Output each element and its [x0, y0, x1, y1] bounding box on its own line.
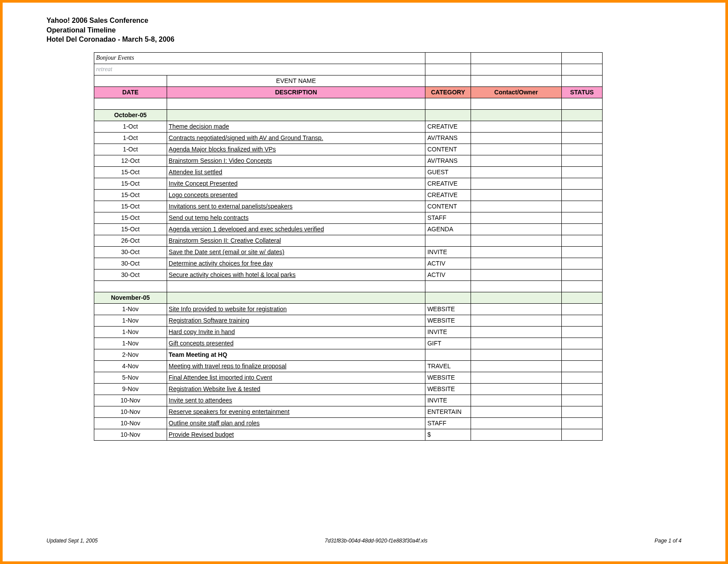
cell-description: Agenda version 1 developed and exec sche… [167, 223, 425, 235]
cell-date: 10-Nov [94, 429, 167, 440]
cell-owner [471, 178, 561, 189]
cell-owner [471, 349, 561, 360]
cell-category: ENTERTAIN [425, 406, 471, 417]
col-header-date: DATE [94, 86, 167, 98]
cell-description: Reserve speakers for evening entertainme… [167, 406, 425, 417]
table-row: 15-OctSend out temp help contractsSTAFF [94, 212, 603, 223]
cell-date: 15-Oct [94, 223, 167, 235]
cell-status [561, 269, 602, 280]
table-row: 1-NovHard copy Invite in handINVITE [94, 326, 603, 338]
table-row: 15-OctInvite Concept PresentedCREATIVE [94, 178, 603, 189]
footer-page: Page 1 of 4 [655, 538, 682, 544]
cell-category: WEBSITE [425, 315, 471, 326]
cell-description: Registration Software training [167, 315, 425, 326]
cell-category: TRAVEL [425, 360, 471, 372]
cell-owner [471, 383, 561, 395]
cell-owner [471, 235, 561, 246]
cell-status [561, 235, 602, 246]
cell-category: INVITE [425, 395, 471, 406]
cell-category: WEBSITE [425, 372, 471, 383]
cell-description: Site Info provided to website for regist… [167, 303, 425, 315]
col-header-category: CATEGORY [425, 86, 471, 98]
month-header-row: October-05 [94, 109, 603, 121]
cell-status [561, 383, 602, 395]
cell-date: 9-Nov [94, 383, 167, 395]
cell-status [561, 417, 602, 429]
table-row: 1-NovRegistration Software trainingWEBSI… [94, 315, 603, 326]
cell-owner [471, 303, 561, 315]
cell-status [561, 338, 602, 349]
cell-date: 10-Nov [94, 395, 167, 406]
cell-owner [471, 212, 561, 223]
col-header-status: STATUS [561, 86, 602, 98]
cell-status [561, 303, 602, 315]
header-line-3: Hotel Del Coronadao - March 5-8, 2006 [46, 35, 682, 44]
cell-category: CONTENT [425, 144, 471, 155]
cell-description: Send out temp help contracts [167, 212, 425, 223]
header-line-2: Operational Timeline [46, 25, 682, 35]
header-line-1: Yahoo! 2006 Sales Conference [46, 16, 682, 25]
cell-category: ACTIV [425, 269, 471, 280]
cell-owner [471, 429, 561, 440]
cell-description: Invitations sent to external panelists/s… [167, 201, 425, 212]
table-row: 4-NovMeeting with travel reps to finaliz… [94, 360, 603, 372]
cell-description: Logo concepts presented [167, 189, 425, 201]
cell-owner [471, 360, 561, 372]
cell-date: 15-Oct [94, 166, 167, 178]
cell-owner [471, 132, 561, 144]
cell-status [561, 144, 602, 155]
cell-owner [471, 201, 561, 212]
cell-date: 1-Nov [94, 303, 167, 315]
cell-category: AV/TRANS [425, 132, 471, 144]
table-row: 1-OctTheme decision madeCREATIVE [94, 121, 603, 132]
cell-category: STAFF [425, 212, 471, 223]
cell-description: Registration Website live & tested [167, 383, 425, 395]
cell-owner [471, 258, 561, 269]
table-row: 30-OctSecure activity choices with hotel… [94, 269, 603, 280]
cell-date: 1-Oct [94, 121, 167, 132]
cell-status [561, 132, 602, 144]
cell-description: Provide Revised budget [167, 429, 425, 440]
table-row: 15-OctInvitations sent to external panel… [94, 201, 603, 212]
cell-description: Save the Date sent (email or site w/ dat… [167, 246, 425, 258]
brand-label: Bonjour Events [94, 52, 425, 64]
cell-status [561, 315, 602, 326]
cell-date: 5-Nov [94, 372, 167, 383]
cell-description: Secure activity choices with hotel & loc… [167, 269, 425, 280]
month-label: October-05 [94, 109, 167, 121]
cell-category: STAFF [425, 417, 471, 429]
table-row: 1-NovSite Info provided to website for r… [94, 303, 603, 315]
cell-date: 10-Nov [94, 417, 167, 429]
table-row: 5-NovFinal Attendee list imported into C… [94, 372, 603, 383]
cell-status [561, 349, 602, 360]
cell-owner [471, 189, 561, 201]
cell-date: 15-Oct [94, 178, 167, 189]
cell-description: Brainstorm Session I: Video Concepts [167, 155, 425, 166]
table-row: 9-NovRegistration Website live & testedW… [94, 383, 603, 395]
table-row: 1-OctContracts negotiated/signed with AV… [94, 132, 603, 144]
cell-description: Attendee list settled [167, 166, 425, 178]
cell-owner [471, 338, 561, 349]
cell-date: 15-Oct [94, 212, 167, 223]
cell-description: Invite Concept Presented [167, 178, 425, 189]
cell-date: 1-Nov [94, 326, 167, 338]
cell-description: Invite sent to attendees [167, 395, 425, 406]
cell-date: 1-Nov [94, 315, 167, 326]
cell-date: 15-Oct [94, 189, 167, 201]
cell-owner [471, 406, 561, 417]
cell-status [561, 406, 602, 417]
cell-description: Team Meeting at HQ [167, 349, 425, 360]
col-header-description: DESCRIPTION [167, 86, 425, 98]
cell-status [561, 223, 602, 235]
cell-description: Determine activity choices for free day [167, 258, 425, 269]
cell-status [561, 155, 602, 166]
cell-owner [471, 144, 561, 155]
cell-description: Brainstorm Session II: Creative Collater… [167, 235, 425, 246]
cell-date: 1-Oct [94, 132, 167, 144]
cell-owner [471, 395, 561, 406]
timeline-table: Bonjour EventsretreatEVENT NAMEDATEDESCR… [94, 52, 603, 441]
cell-category: INVITE [425, 246, 471, 258]
cell-category: CONTENT [425, 201, 471, 212]
cell-date: 30-Oct [94, 246, 167, 258]
cell-category: GIFT [425, 338, 471, 349]
